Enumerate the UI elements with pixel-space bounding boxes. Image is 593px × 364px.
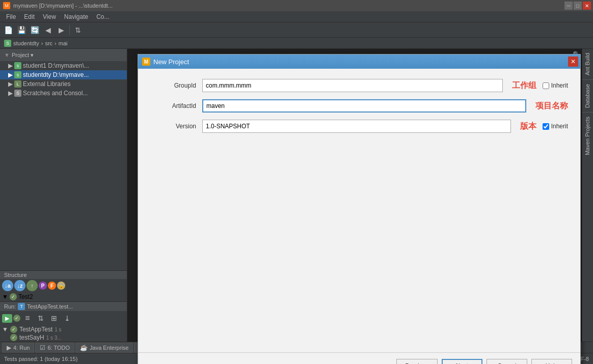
window-title: mymaven [D:\mymaven] - ...\studentdt... [13, 3, 113, 9]
f-button[interactable]: F [48, 282, 56, 290]
java-tab-label: Java Enterprise [90, 345, 128, 351]
run-stack-button[interactable]: ≡ [21, 312, 34, 324]
right-area: 🔍 M New Project ✕ GroupId [127, 49, 593, 342]
structure-toolbar: ↓a ↓z ↑ P F 🔒 [0, 279, 127, 292]
forward-button[interactable]: ▶ [55, 24, 67, 36]
menu-file[interactable]: File [2, 13, 20, 20]
save-button[interactable]: 💾 [15, 24, 28, 36]
p-button[interactable]: P [39, 282, 47, 290]
back-button[interactable]: ◀ [42, 24, 54, 36]
todo-tab-label: 6: TODO [47, 345, 70, 351]
run-tab-icon: ▶ [7, 344, 11, 351]
sort-up-button[interactable]: ↑ [26, 280, 38, 291]
run-sort-button[interactable]: ⇅ [35, 312, 47, 324]
tree-item-studentdty[interactable]: ▶ s studentdty D:\mymave... [0, 70, 127, 79]
run-export-button[interactable]: ⤓ [61, 312, 73, 324]
run-play-button[interactable]: ▶ [2, 314, 12, 323]
java-enterprise-tab[interactable]: ☕ Java Enterprise [75, 343, 133, 353]
dialog-icon: M [142, 58, 150, 66]
artifactid-label: ArtifactId [150, 102, 196, 109]
run-filter-button[interactable]: ⊞ [48, 312, 60, 324]
run-item-testapptest[interactable]: ▼ ✓ TestAppTest 1 s [0, 325, 127, 333]
run-section: Run: T TestAppTest.test... ▶ ✓ ≡ ⇅ ⊞ ⤓ ▼… [0, 301, 127, 342]
app-icon: M [3, 2, 10, 9]
run-file: TestAppTest.test... [27, 303, 73, 310]
todo-tab-icon: ☑ [40, 344, 45, 351]
test-name: TestAppTest [19, 326, 52, 333]
student1-icon: s [14, 62, 21, 69]
test-count: 1 s [55, 327, 61, 332]
breadcrumb: S studentdty › src › mai [0, 38, 593, 49]
close-window-button[interactable]: ✕ [583, 2, 591, 10]
run-label: Run: [4, 303, 16, 310]
version-inherit-checkbox[interactable] [543, 123, 549, 130]
dialog-title: New Project [153, 58, 189, 66]
next-button[interactable]: Next [442, 359, 482, 364]
test2-item[interactable]: ▼ ✓ Test2 [0, 292, 127, 301]
tree-item-scratches[interactable]: ▶ S Scratches and Consol... [0, 89, 127, 98]
groupid-annotation: 工作组 [512, 80, 536, 91]
cancel-button[interactable]: Cancel [487, 359, 527, 364]
previous-button[interactable]: Previous [396, 359, 438, 364]
tree-item-external-libs[interactable]: ▶ L External Libraries [0, 79, 127, 89]
maximize-button[interactable]: □ [574, 2, 582, 10]
help-button[interactable]: Help [531, 359, 572, 364]
menu-edit[interactable]: Edit [20, 13, 39, 20]
groupid-inherit-label: Inherit [551, 82, 568, 89]
run-item-testsayh[interactable]: ✓ testSayH 1 s 3... [0, 333, 127, 342]
studentdty-icon: s [14, 71, 21, 78]
database-tab[interactable]: Database [582, 80, 593, 112]
todo-tab[interactable]: ☑ 6: TODO [35, 343, 74, 353]
breadcrumb-module: studentdty [13, 40, 39, 46]
run-toolbar: ▶ ✓ ≡ ⇅ ⊞ ⤓ [0, 311, 127, 325]
new-file-button[interactable]: 📄 [2, 24, 14, 36]
minimize-button[interactable]: ─ [564, 2, 573, 10]
dialog-close-button[interactable]: ✕ [568, 57, 578, 67]
menu-view[interactable]: View [39, 13, 60, 20]
project-panel-header[interactable]: ▼ Project ▾ [0, 49, 127, 61]
run-tab[interactable]: ▶ 4: Run [2, 343, 34, 353]
groupid-input[interactable] [202, 79, 503, 92]
breadcrumb-mai: mai [59, 40, 68, 46]
menu-navigate[interactable]: Navigate [60, 13, 92, 20]
test2-label: Test2 [18, 293, 33, 300]
structure-label: Structure [0, 271, 127, 279]
version-input[interactable] [202, 120, 511, 133]
new-project-dialog: M New Project ✕ GroupId 工作组 [138, 54, 581, 364]
sync-button[interactable]: 🔄 [29, 24, 41, 36]
sort-button[interactable]: ⇅ [72, 24, 84, 36]
version-inherit-label: Inherit [551, 123, 568, 130]
structure-section: Structure ↓a ↓z ↑ P F 🔒 ▼ ✓ Test2 [0, 270, 127, 301]
groupid-label: GroupId [150, 82, 196, 89]
artifactid-input[interactable] [202, 99, 526, 113]
artifactid-annotation: 项目名称 [535, 101, 568, 111]
sort-az-button[interactable]: ↓a [2, 280, 13, 291]
breadcrumb-sep2: › [55, 40, 57, 46]
ant-build-tab[interactable]: Ant Build [582, 49, 593, 79]
scratches-icon: S [14, 90, 21, 97]
main-layout: ▼ Project ▾ ▶ s student1 D:\mymaven\... … [0, 49, 593, 342]
test-pass-icon: ✓ [10, 326, 17, 333]
maven-projects-tab[interactable]: Maven Projects [582, 113, 593, 159]
chevron-icon: ▶ [8, 80, 13, 88]
menu-bar: File Edit View Navigate Co... [0, 11, 593, 22]
tree-item-student1-label: student1 D:\mymaven\... [23, 62, 89, 69]
chevron-icon: ▼ [2, 293, 8, 300]
project-chevron: ▼ [4, 52, 10, 58]
run-tree: ▼ ✓ TestAppTest 1 s ✓ testSayH 1 s 3... [0, 325, 127, 342]
sort-za-button[interactable]: ↓z [14, 280, 25, 291]
dialog-title-bar: M New Project ✕ [138, 54, 580, 69]
lock-button[interactable]: 🔒 [57, 282, 65, 290]
test2-icon: ✓ [10, 293, 17, 300]
menu-code[interactable]: Co... [92, 13, 113, 20]
groupid-inherit-checkbox[interactable] [543, 82, 549, 89]
expand-icon: ▼ [2, 326, 8, 333]
toolbar: 📄 💾 🔄 ◀ ▶ ⇅ [0, 22, 593, 38]
title-bar: M mymaven [D:\mymaven] - ...\studentdt..… [0, 0, 593, 11]
tree-item-student1[interactable]: ▶ s student1 D:\mymaven\... [0, 61, 127, 70]
dialog-footer: Previous Next Cancel Help [138, 352, 580, 364]
groupid-inherit[interactable]: Inherit [543, 82, 568, 89]
version-inherit[interactable]: Inherit [543, 123, 568, 130]
run-pass-icon: ✓ [13, 315, 20, 322]
test-method-name: testSayH [19, 334, 44, 341]
